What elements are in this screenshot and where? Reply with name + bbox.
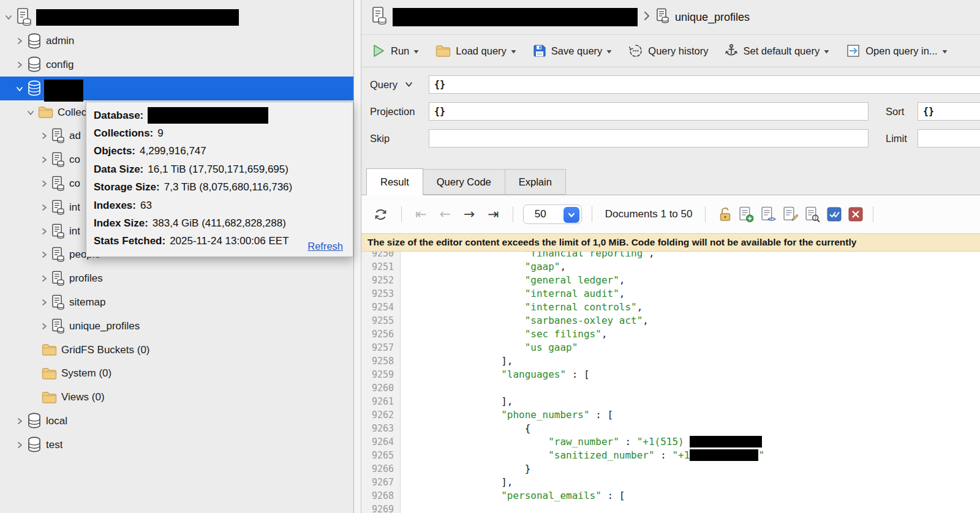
- query-input[interactable]: [429, 75, 980, 94]
- refresh-link[interactable]: Refresh: [307, 241, 343, 252]
- tooltip-row: Storage Size:7,3 TiB (8,075,680,116,736): [94, 179, 345, 197]
- run-button[interactable]: Run: [371, 43, 419, 58]
- open-document-code-icon[interactable]: <>: [761, 206, 776, 223]
- chevron-right-icon[interactable]: [15, 441, 24, 449]
- add-document-icon[interactable]: [739, 206, 754, 223]
- panel-splitter[interactable]: [354, 0, 361, 513]
- tab-result[interactable]: Result: [366, 168, 423, 195]
- tab-query-code[interactable]: Query Code: [423, 169, 505, 195]
- history-icon: [628, 43, 643, 58]
- line-number: 9269: [361, 503, 401, 513]
- query-row: Query: [370, 75, 980, 94]
- skip-input[interactable]: [429, 129, 869, 148]
- editor-line: 9255 "sarbanes-oxley act",: [361, 314, 980, 328]
- limit-input[interactable]: [918, 129, 980, 148]
- chevron-right-icon[interactable]: [15, 61, 24, 69]
- line-number: 9253: [361, 287, 401, 301]
- dropdown-caret-icon: [511, 50, 516, 54]
- refresh-results-icon[interactable]: [370, 206, 391, 223]
- delete-icon[interactable]: [848, 207, 863, 222]
- next-page-icon[interactable]: →: [460, 208, 478, 221]
- breadcrumb-collection-name: unique_profiles: [675, 11, 750, 24]
- edit-document-icon[interactable]: [783, 206, 798, 223]
- chevron-right-icon[interactable]: [39, 228, 49, 235]
- query-panel: unique_profiles RunLoad querySave queryQ…: [361, 0, 980, 513]
- db-icon: [27, 80, 42, 97]
- sidebar-item-collection-sitemap[interactable]: sitemap: [0, 291, 353, 315]
- chevron-right-icon[interactable]: [39, 299, 49, 306]
- lock-open-icon[interactable]: [718, 206, 732, 222]
- chevron-right-icon[interactable]: [15, 37, 24, 45]
- sidebar-item-db-local[interactable]: local: [0, 410, 353, 433]
- chevron-right-icon[interactable]: [39, 275, 49, 282]
- view-document-icon[interactable]: [805, 206, 820, 223]
- limit-label: Limit: [886, 133, 918, 144]
- line-number: 9250: [361, 252, 401, 260]
- editor-line: 9261 ],: [361, 395, 980, 408]
- page-size-select[interactable]: 50: [523, 204, 582, 224]
- editor-line: 9257 "us gaap": [361, 341, 980, 354]
- previous-page-icon[interactable]: ←: [435, 208, 454, 221]
- line-number: 9268: [361, 489, 401, 503]
- editor-line: 9264 "raw_number" : "+1(515): [361, 435, 980, 449]
- open-query-in-button[interactable]: Open query in...: [846, 43, 947, 58]
- dropdown-caret-icon: [824, 50, 829, 54]
- projection-input[interactable]: [429, 102, 869, 121]
- run-icon: [371, 43, 386, 58]
- sort-input[interactable]: [918, 102, 980, 121]
- chevron-down-icon[interactable]: [405, 79, 413, 91]
- chevron-down-icon[interactable]: [26, 109, 36, 116]
- dropdown-caret-icon: [413, 50, 419, 54]
- sidebar-item-connection[interactable]: [0, 6, 353, 29]
- save-icon: [533, 44, 546, 58]
- collection-icon: [51, 247, 65, 263]
- last-page-icon[interactable]: ⇥: [484, 208, 502, 221]
- sidebar-item-system-folder[interactable]: System (0): [0, 362, 353, 386]
- db-icon: [27, 56, 42, 73]
- editor-line: 9254 "internal controls",: [361, 301, 980, 314]
- svg-text:<>: <>: [767, 215, 776, 223]
- chevron-right-icon[interactable]: [39, 323, 49, 330]
- collection-icon: [51, 271, 65, 286]
- line-number: 9264: [361, 435, 401, 449]
- chevron-down-icon[interactable]: [4, 13, 13, 21]
- save-query-button[interactable]: Save query: [533, 44, 612, 58]
- query-history-button[interactable]: Query history: [628, 43, 708, 58]
- redacted-text: [690, 449, 758, 461]
- projection-row: Projection Sort: [370, 102, 980, 121]
- folder-icon: [42, 391, 57, 404]
- redacted-text: [148, 107, 268, 124]
- sidebar-item-views-folder[interactable]: Views (0): [0, 386, 353, 410]
- sidebar-item-collection-profiles[interactable]: profiles: [0, 267, 353, 291]
- server-icon: [371, 7, 387, 28]
- editor-scroll: 9250 "financial reporting",9251 "gaap",9…: [361, 252, 980, 513]
- editor-line: 9259 "languages" : [: [361, 368, 980, 381]
- chevron-right-icon[interactable]: [39, 251, 49, 258]
- json-result-editor[interactable]: 9250 "financial reporting",9251 "gaap",9…: [361, 252, 980, 513]
- chevron-down-icon[interactable]: [15, 85, 24, 92]
- sidebar-item-db-config[interactable]: config: [0, 53, 353, 77]
- chevron-right-icon[interactable]: [39, 132, 49, 140]
- tooltip-rows: Database:Collections:9Objects:4,299,916,…: [94, 107, 345, 250]
- chevron-right-icon[interactable]: [39, 204, 49, 211]
- line-number: 9254: [361, 301, 401, 314]
- collection-icon: [51, 200, 65, 215]
- tooltip-row: Collections:9: [94, 124, 345, 142]
- sidebar-item-gridfs-buckets-folder[interactable]: GridFS Buckets (0): [0, 338, 353, 362]
- chevron-right-icon[interactable]: [15, 418, 24, 425]
- sidebar-item-collection-unique-profiles[interactable]: unique_profiles: [0, 314, 353, 338]
- sort-label: Sort: [886, 106, 918, 118]
- first-page-icon[interactable]: ⇤: [412, 208, 430, 221]
- line-number: 9251: [361, 260, 401, 274]
- sidebar-item-db-test[interactable]: test: [0, 433, 353, 457]
- load-query-button[interactable]: Load query: [435, 45, 516, 58]
- chevron-right-icon[interactable]: [39, 156, 49, 163]
- tab-explain[interactable]: Explain: [505, 169, 566, 195]
- chevron-right-icon[interactable]: [39, 180, 49, 187]
- collection-icon: [51, 223, 65, 239]
- sidebar-item-db-admin[interactable]: admin: [0, 29, 353, 53]
- check-all-icon[interactable]: [827, 207, 842, 222]
- banner-text: The size of the editor content exceeds t…: [368, 237, 856, 248]
- set-default-query-button[interactable]: Set default query: [725, 43, 829, 58]
- editor-line: 9256 "sec filings",: [361, 328, 980, 341]
